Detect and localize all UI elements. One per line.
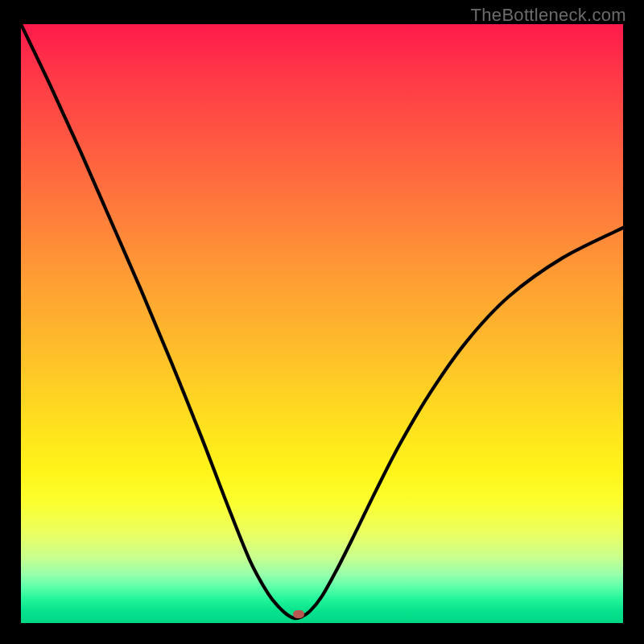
curve-path: [21, 24, 623, 618]
min-marker: [293, 610, 304, 618]
chart-frame: TheBottleneck.com: [0, 0, 644, 644]
bottleneck-curve: [21, 24, 623, 623]
plot-area: [21, 24, 623, 623]
watermark-text: TheBottleneck.com: [471, 5, 626, 26]
